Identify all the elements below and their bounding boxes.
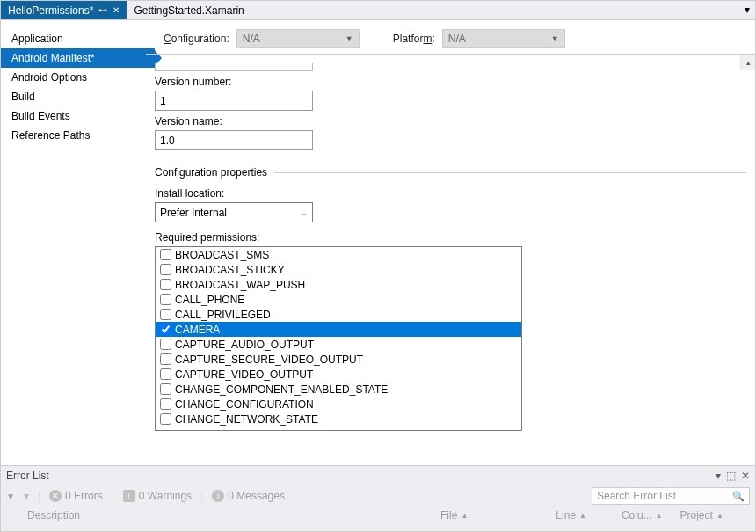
error-list-title: Error List bbox=[6, 470, 49, 482]
sidebar-item-android-manifest[interactable]: Android Manifest* bbox=[1, 48, 155, 68]
permission-checkbox[interactable] bbox=[160, 413, 171, 425]
tab-hello-permissions[interactable]: HelloPermissions* ⊷ ✕ bbox=[1, 1, 127, 19]
sidebar-item-android-options[interactable]: Android Options bbox=[1, 68, 146, 87]
error-list-columns: Description File▲ Line▲ Colu...▲ Project… bbox=[1, 506, 755, 524]
filter-icon[interactable]: ▼ bbox=[6, 492, 15, 501]
permission-item[interactable]: CALL_PHONE bbox=[156, 292, 521, 307]
permission-label: CAPTURE_SECURE_VIDEO_OUTPUT bbox=[175, 353, 363, 366]
permission-item[interactable]: BROADCAST_STICKY bbox=[156, 262, 521, 277]
error-list-panel: Error List ▾ ⬚ ✕ ▼ ▾ | ✕0 Errors | !0 Wa… bbox=[1, 465, 755, 531]
permissions-listbox[interactable]: BROADCAST_SMSBROADCAST_STICKYBROADCAST_W… bbox=[155, 246, 522, 431]
close-icon[interactable]: ✕ bbox=[741, 470, 750, 482]
permission-label: CHANGE_COMPONENT_ENABLED_STATE bbox=[175, 383, 388, 396]
search-icon: 🔍 bbox=[732, 491, 745, 502]
platform-label: Platform: bbox=[393, 33, 435, 45]
permission-checkbox[interactable] bbox=[160, 264, 171, 275]
chevron-down-icon: ⌄ bbox=[301, 208, 308, 217]
form-region: Version number: Version name: Configurat… bbox=[146, 55, 755, 464]
permission-item[interactable]: CAPTURE_VIDEO_OUTPUT bbox=[156, 367, 521, 382]
tab-getting-started[interactable]: GettingStarted.Xamarin bbox=[127, 1, 251, 19]
sidebar-item-reference-paths[interactable]: Reference Paths bbox=[1, 126, 146, 145]
permission-checkbox[interactable] bbox=[160, 398, 171, 410]
column-description[interactable]: Description bbox=[27, 509, 80, 521]
permission-label: CAMERA bbox=[175, 324, 220, 336]
permission-checkbox[interactable] bbox=[160, 383, 171, 395]
permission-item[interactable]: CHANGE_NETWORK_STATE bbox=[156, 412, 521, 426]
search-input[interactable]: Search Error List 🔍 bbox=[592, 487, 750, 505]
permission-item[interactable]: CAMERA bbox=[156, 322, 521, 337]
permission-item[interactable]: CHANGE_CONFIGURATION bbox=[156, 397, 521, 412]
required-permissions-label: Required permissions: bbox=[155, 231, 746, 244]
permission-label: CHANGE_CONFIGURATION bbox=[175, 398, 314, 411]
chevron-down-icon: ▼ bbox=[345, 34, 353, 43]
permission-label: CAPTURE_VIDEO_OUTPUT bbox=[175, 368, 313, 381]
version-number-input[interactable] bbox=[155, 91, 313, 111]
permission-label: CHANGE_NETWORK_STATE bbox=[175, 413, 318, 426]
permission-checkbox[interactable] bbox=[160, 353, 171, 365]
permission-item[interactable]: CALL_PRIVILEGED bbox=[156, 307, 521, 322]
version-name-label: Version name: bbox=[155, 115, 746, 128]
permission-item[interactable]: CAPTURE_AUDIO_OUTPUT bbox=[156, 337, 521, 352]
permission-checkbox[interactable] bbox=[160, 324, 171, 335]
configuration-toolbar: Configuration: N/A ▼ Platform: N/A ▼ bbox=[146, 20, 755, 55]
sidebar-item-application[interactable]: Application bbox=[1, 29, 146, 48]
window-position-icon[interactable]: ▾ bbox=[716, 470, 721, 482]
permission-checkbox[interactable] bbox=[160, 339, 171, 350]
permission-label: CAPTURE_AUDIO_OUTPUT bbox=[175, 339, 314, 351]
sidebar-item-build-events[interactable]: Build Events bbox=[1, 106, 146, 126]
permission-checkbox[interactable] bbox=[160, 279, 171, 290]
main-panel: Configuration: N/A ▼ Platform: N/A ▼ ▴ V… bbox=[146, 20, 755, 465]
error-list-header: Error List ▾ ⬚ ✕ bbox=[1, 466, 755, 485]
column-file[interactable]: File▲ bbox=[440, 509, 468, 521]
tab-label: GettingStarted.Xamarin bbox=[134, 4, 244, 17]
close-icon[interactable]: ✕ bbox=[113, 5, 120, 15]
sort-icon: ▲ bbox=[716, 512, 723, 520]
chevron-down-icon: ▼ bbox=[551, 34, 559, 43]
permission-label: BROADCAST_WAP_PUSH bbox=[175, 279, 305, 291]
install-location-dropdown[interactable]: Prefer Internal ⌄ bbox=[155, 202, 313, 222]
editor-content: Application Android Manifest* Android Op… bbox=[1, 20, 755, 465]
tab-label: HelloPermissions* bbox=[8, 4, 93, 17]
section-header: Configuration properties bbox=[155, 166, 746, 179]
info-icon: i bbox=[212, 490, 224, 502]
warning-icon: ! bbox=[123, 490, 135, 502]
permission-checkbox[interactable] bbox=[160, 368, 171, 380]
pin-icon[interactable]: ⬚ bbox=[726, 470, 736, 482]
column-line[interactable]: Line▲ bbox=[556, 509, 586, 521]
permission-checkbox[interactable] bbox=[160, 249, 171, 260]
messages-filter[interactable]: i0 Messages bbox=[212, 490, 285, 502]
permission-item[interactable]: CAPTURE_SECURE_VIDEO_OUTPUT bbox=[156, 352, 521, 367]
configuration-dropdown[interactable]: N/A ▼ bbox=[236, 29, 360, 48]
permission-label: BROADCAST_STICKY bbox=[175, 264, 285, 276]
tab-dropdown-icon[interactable]: ▾ bbox=[739, 1, 755, 19]
document-tab-bar: HelloPermissions* ⊷ ✕ GettingStarted.Xam… bbox=[1, 1, 755, 20]
install-location-label: Install location: bbox=[155, 187, 746, 200]
sort-icon: ▲ bbox=[579, 512, 586, 520]
column-project[interactable]: Project▲ bbox=[680, 509, 723, 521]
sort-icon: ▲ bbox=[656, 512, 663, 520]
sort-icon: ▲ bbox=[461, 512, 468, 520]
permission-label: BROADCAST_SMS bbox=[175, 249, 269, 261]
error-list-toolbar: ▼ ▾ | ✕0 Errors | !0 Warnings | i0 Messa… bbox=[1, 485, 755, 506]
version-name-input[interactable] bbox=[155, 130, 313, 150]
error-icon: ✕ bbox=[49, 490, 62, 502]
errors-filter[interactable]: ✕0 Errors bbox=[49, 490, 103, 502]
permission-label: CALL_PRIVILEGED bbox=[175, 309, 271, 321]
permission-checkbox[interactable] bbox=[160, 294, 171, 305]
property-sidebar: Application Android Manifest* Android Op… bbox=[1, 20, 146, 465]
configuration-label: Configuration: bbox=[164, 33, 229, 45]
permission-item[interactable]: BROADCAST_WAP_PUSH bbox=[156, 277, 521, 292]
platform-dropdown[interactable]: N/A ▼ bbox=[442, 29, 565, 48]
pin-icon[interactable]: ⊷ bbox=[98, 5, 107, 15]
permission-item[interactable]: BROADCAST_SMS bbox=[156, 247, 521, 262]
version-number-label: Version number: bbox=[155, 76, 746, 88]
permission-checkbox[interactable] bbox=[160, 309, 171, 320]
permission-label: CALL_PHONE bbox=[175, 294, 244, 306]
warnings-filter[interactable]: !0 Warnings bbox=[123, 490, 192, 502]
column-column[interactable]: Colu...▲ bbox=[622, 509, 663, 521]
truncated-field bbox=[155, 63, 313, 71]
permission-item[interactable]: CHANGE_COMPONENT_ENABLED_STATE bbox=[156, 382, 521, 397]
sidebar-item-build[interactable]: Build bbox=[1, 87, 146, 106]
